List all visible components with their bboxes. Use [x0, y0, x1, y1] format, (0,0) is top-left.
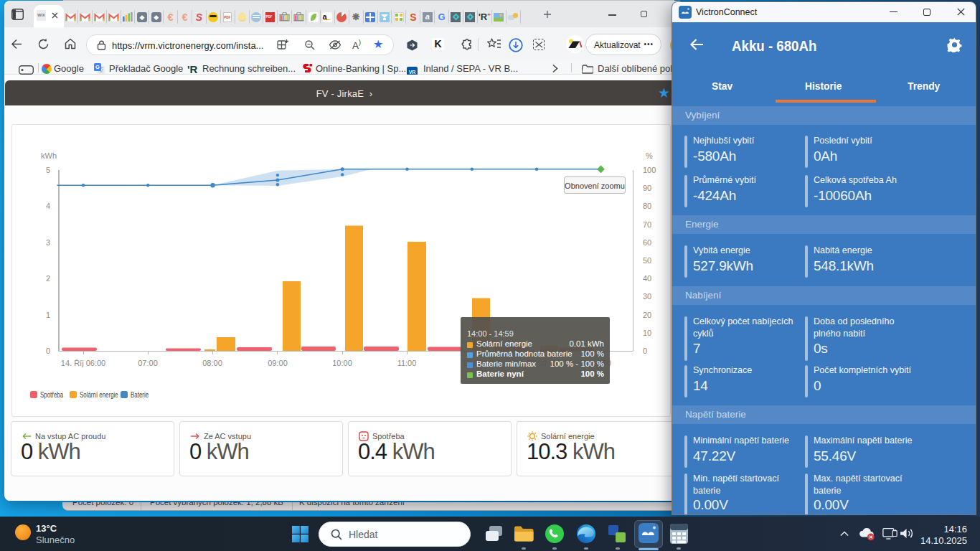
svg-text:14. Říj 06:00: 14. Říj 06:00	[61, 359, 105, 367]
svg-text:%: %	[646, 151, 653, 160]
svg-text:3: 3	[46, 238, 50, 247]
svg-text:2: 2	[46, 274, 50, 283]
svg-text:20: 20	[643, 311, 651, 319]
svg-text:11:00: 11:00	[397, 359, 417, 367]
svg-text:60: 60	[643, 238, 651, 247]
svg-text:4: 4	[46, 202, 50, 210]
svg-text:07:00: 07:00	[138, 359, 158, 367]
svg-text:kWh: kWh	[41, 151, 57, 160]
svg-text:09:00: 09:00	[268, 359, 288, 367]
svg-text:50: 50	[643, 256, 651, 265]
svg-text:10: 10	[643, 329, 651, 337]
svg-text:90: 90	[643, 184, 651, 192]
svg-text:G: G	[95, 64, 100, 70]
svg-text:70: 70	[643, 220, 651, 229]
svg-text:40: 40	[643, 274, 651, 283]
svg-text:80: 80	[643, 202, 651, 210]
svg-text:08:00: 08:00	[202, 359, 222, 367]
svg-text:5: 5	[46, 166, 50, 174]
svg-text:0: 0	[643, 347, 647, 355]
svg-text:30: 30	[643, 292, 651, 301]
svg-text:10:00: 10:00	[332, 359, 352, 367]
svg-text:1: 1	[46, 311, 50, 319]
svg-text:100: 100	[643, 166, 656, 174]
svg-text:0: 0	[46, 347, 50, 355]
